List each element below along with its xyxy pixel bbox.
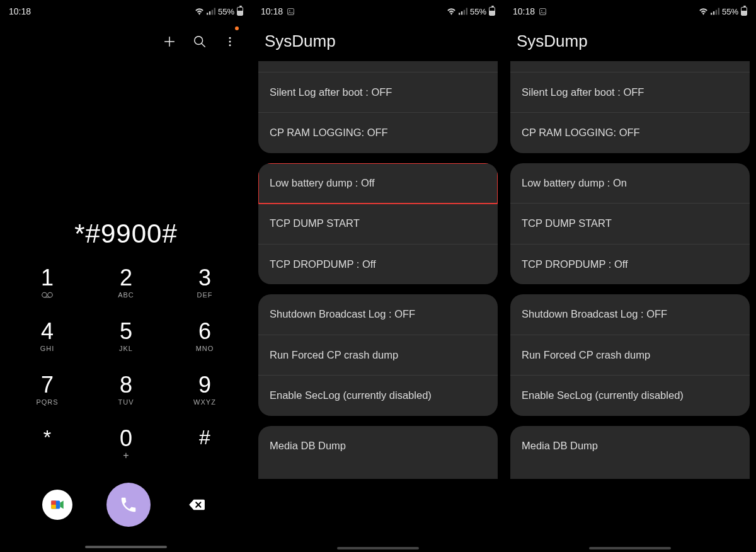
battery-icon (237, 7, 243, 16)
svg-rect-3 (214, 8, 215, 15)
list-group: Low battery dump : Off TCP DUMP START TC… (258, 163, 498, 284)
battery-icon (489, 7, 495, 16)
list-item-cp-ram-logging[interactable]: CP RAM LOGGING: OFF (258, 113, 498, 152)
signal-icon (459, 8, 467, 15)
status-battery-pct: 55% (218, 7, 234, 16)
signal-icon (207, 8, 215, 15)
list-item-silent-log-boot[interactable]: Silent Log after boot : OFF (510, 72, 750, 113)
dialer-toolbar (0, 19, 252, 64)
dialer-actions (0, 483, 252, 546)
list-item-shutdown-broadcast[interactable]: Shutdown Broadcast Log : OFF (258, 294, 498, 335)
status-battery-pct: 55% (722, 7, 738, 16)
home-indicator[interactable] (337, 547, 419, 549)
key-9[interactable]: 9WXYZ (176, 374, 233, 406)
image-icon (539, 8, 547, 16)
voicemail-icon (42, 292, 53, 298)
backspace-icon (187, 498, 207, 512)
svg-point-7 (229, 44, 231, 46)
list-item-forced-cp-crash[interactable]: Run Forced CP crash dump (510, 335, 750, 376)
image-icon (287, 8, 295, 16)
key-3[interactable]: 3DEF (176, 267, 233, 299)
list-item-low-battery-dump[interactable]: Low battery dump : On (510, 163, 750, 204)
svg-point-4 (195, 37, 203, 45)
list-item-shutdown-broadcast[interactable]: Shutdown Broadcast Log : OFF (510, 294, 750, 335)
dialed-number: *#9900# (74, 219, 178, 249)
list-item[interactable] (258, 61, 498, 72)
search-icon[interactable] (193, 35, 207, 49)
svg-rect-16 (459, 13, 460, 14)
list-item-tcp-dropdump[interactable]: TCP DROPDUMP : Off (258, 244, 498, 284)
status-right: 55% (195, 7, 243, 16)
notification-dot-icon (235, 26, 239, 30)
list-item-enable-seclog[interactable]: Enable SecLog (currently disabled) (258, 376, 498, 415)
svg-rect-23 (713, 11, 714, 14)
key-8[interactable]: 8TUV (98, 374, 154, 406)
svg-point-15 (289, 10, 290, 11)
svg-point-21 (541, 10, 542, 11)
list-group: Media DB Dump (258, 426, 498, 479)
list-item-cp-ram-logging[interactable]: CP RAM LOGGING: OFF (510, 113, 750, 152)
svg-rect-12 (51, 501, 56, 505)
page-title: SysDump (504, 19, 756, 61)
status-bar: 10:18 55% (0, 0, 252, 19)
svg-point-8 (42, 292, 47, 297)
keypad: 1 2ABC 3DEF 4GHI 5JKL 6MNO 7PQRS 8TUV 9W… (0, 267, 252, 483)
page-title: SysDump (252, 19, 504, 61)
status-battery-pct: 55% (470, 7, 486, 16)
key-4[interactable]: 4GHI (19, 320, 76, 352)
list-item[interactable] (510, 61, 750, 72)
key-hash[interactable]: # (176, 427, 233, 461)
dialer-number-display: *#9900# (0, 64, 252, 267)
sysdump-list[interactable]: Silent Log after boot : OFF CP RAM LOGGI… (504, 61, 756, 552)
list-item-tcp-dropdump[interactable]: TCP DROPDUMP : Off (510, 244, 750, 284)
status-time: 10:18 (9, 6, 31, 16)
list-item-tcp-dump-start[interactable]: TCP DUMP START (258, 204, 498, 244)
list-group: Shutdown Broadcast Log : OFF Run Forced … (258, 294, 498, 415)
list-item-media-db-dump[interactable]: Media DB Dump (510, 426, 750, 479)
list-item-media-db-dump[interactable]: Media DB Dump (258, 426, 498, 479)
list-item-silent-log-boot[interactable]: Silent Log after boot : OFF (258, 72, 498, 113)
video-call-button[interactable] (42, 490, 72, 520)
list-item-enable-seclog[interactable]: Enable SecLog (currently disabled) (510, 376, 750, 415)
key-star[interactable]: * (19, 427, 76, 461)
key-2[interactable]: 2ABC (98, 267, 154, 299)
status-bar: 10:18 55% (252, 0, 504, 19)
svg-rect-18 (464, 10, 465, 15)
svg-point-5 (229, 37, 231, 39)
wifi-icon (699, 8, 708, 15)
home-indicator[interactable] (589, 547, 671, 549)
key-5[interactable]: 5JKL (98, 320, 154, 352)
home-indicator[interactable] (85, 546, 167, 548)
status-bar: 10:18 55% (504, 0, 756, 19)
key-6[interactable]: 6MNO (176, 320, 233, 352)
backspace-button[interactable] (185, 498, 210, 512)
list-item-forced-cp-crash[interactable]: Run Forced CP crash dump (258, 335, 498, 376)
svg-rect-25 (718, 8, 719, 15)
list-group: Shutdown Broadcast Log : OFF Run Forced … (510, 294, 750, 415)
more-icon[interactable] (223, 35, 237, 49)
add-icon[interactable] (163, 35, 176, 49)
list-item-low-battery-dump[interactable]: Low battery dump : Off (258, 163, 498, 204)
svg-rect-0 (207, 13, 208, 14)
svg-rect-19 (466, 8, 467, 15)
sysdump-list[interactable]: Silent Log after boot : OFF CP RAM LOGGI… (252, 61, 504, 552)
key-1[interactable]: 1 (19, 267, 76, 299)
key-7[interactable]: 7PQRS (19, 374, 76, 406)
phone-sysdump-before: 10:18 55% SysDump Silent Log after boot … (252, 0, 504, 552)
phone-sysdump-after: 10:18 55% SysDump Silent Log after boot … (504, 0, 756, 552)
svg-rect-14 (288, 8, 294, 14)
phone-dialer: 10:18 55% *#99 (0, 0, 252, 552)
svg-point-9 (48, 292, 53, 297)
svg-point-6 (229, 41, 231, 43)
list-group: Media DB Dump (510, 426, 750, 479)
call-button[interactable] (106, 483, 151, 527)
svg-rect-1 (209, 11, 210, 14)
signal-icon (711, 8, 719, 15)
status-time: 10:18 (513, 6, 535, 16)
svg-rect-17 (461, 11, 462, 14)
sysdump-app: SysDump Silent Log after boot : OFF CP R… (504, 19, 756, 552)
svg-rect-13 (51, 505, 56, 509)
list-item-tcp-dump-start[interactable]: TCP DUMP START (510, 204, 750, 244)
svg-rect-22 (711, 13, 712, 14)
key-0[interactable]: 0+ (98, 427, 154, 461)
